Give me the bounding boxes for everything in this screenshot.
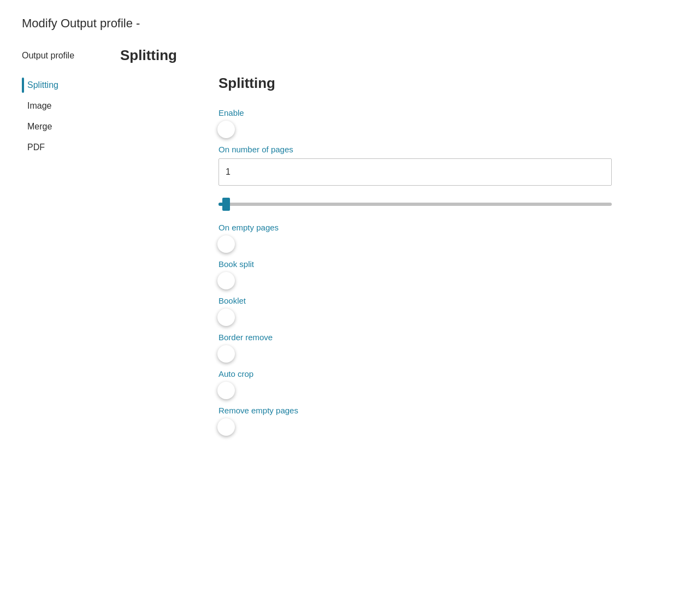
book-split-label: Book split bbox=[218, 259, 675, 269]
remove-empty-pages-label: Remove empty pages bbox=[218, 406, 675, 415]
on-number-pages-input[interactable] bbox=[218, 158, 612, 186]
sidebar-item-pdf[interactable]: PDF bbox=[22, 137, 142, 158]
remove-empty-pages-thumb bbox=[217, 418, 235, 436]
content-area: Splitting Enable On number of pages bbox=[142, 75, 675, 442]
auto-crop-label: Auto crop bbox=[218, 369, 675, 378]
border-remove-group: Border remove bbox=[218, 333, 675, 356]
output-profile-value: Splitting bbox=[120, 47, 177, 64]
on-number-pages-group: On number of pages bbox=[218, 145, 675, 186]
border-remove-label: Border remove bbox=[218, 333, 675, 342]
remove-empty-pages-group: Remove empty pages bbox=[218, 406, 675, 429]
section-title: Splitting bbox=[218, 75, 675, 92]
slider-container[interactable] bbox=[218, 199, 612, 210]
auto-crop-group: Auto crop bbox=[218, 369, 675, 393]
on-number-pages-label: On number of pages bbox=[218, 145, 675, 154]
book-split-thumb bbox=[217, 272, 235, 289]
slider-thumb[interactable] bbox=[222, 198, 230, 211]
auto-crop-thumb bbox=[217, 382, 235, 399]
slider-track bbox=[218, 203, 612, 206]
enable-group: Enable bbox=[218, 108, 675, 132]
on-empty-pages-group: On empty pages bbox=[218, 223, 675, 246]
sidebar-item-splitting[interactable]: Splitting bbox=[22, 75, 142, 96]
enable-label: Enable bbox=[218, 108, 675, 117]
booklet-group: Booklet bbox=[218, 296, 675, 319]
book-split-group: Book split bbox=[218, 259, 675, 283]
sidebar-item-image[interactable]: Image bbox=[22, 96, 142, 116]
enable-thumb bbox=[217, 121, 235, 138]
sidebar: SplittingImageMergePDF bbox=[22, 75, 142, 442]
booklet-thumb bbox=[217, 309, 235, 326]
output-profile-label: Output profile bbox=[22, 51, 120, 61]
page-title: Modify Output profile - bbox=[22, 16, 675, 31]
on-empty-pages-thumb bbox=[217, 235, 235, 253]
on-empty-pages-label: On empty pages bbox=[218, 223, 675, 232]
slider-group bbox=[218, 199, 675, 210]
sidebar-item-merge[interactable]: Merge bbox=[22, 116, 142, 137]
border-remove-thumb bbox=[217, 345, 235, 363]
booklet-label: Booklet bbox=[218, 296, 675, 305]
